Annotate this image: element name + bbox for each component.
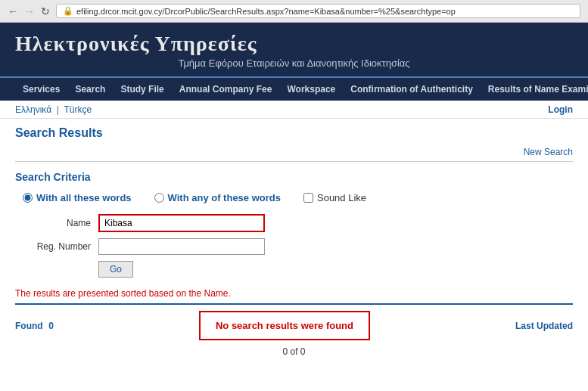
go-button-row: Go [98,261,573,278]
new-search-row: New Search [15,146,573,157]
site-subtitle: Τμήμα Εφόρου Εταιρειών και Διανοητικής Ι… [15,57,573,69]
go-button[interactable]: Go [98,261,133,278]
reg-number-label: Reg. Number [23,241,91,252]
no-results-section: No search results were found [199,311,370,340]
sound-like-label: Sound Like [317,192,366,203]
results-divider [15,303,573,305]
forward-icon[interactable]: → [24,5,35,17]
main-nav: Services Search Study File Annual Compan… [0,78,588,101]
found-label: Found [15,321,43,331]
nav-name-exam[interactable]: Results of Name Examin... [481,81,588,98]
pagination-text: 0 of 0 [15,346,573,357]
sound-like-checkbox[interactable] [303,193,313,203]
url-bar[interactable]: efiling.drcor.mcit.gov.cy/DrcorPublic/Se… [76,7,456,16]
radio-all-words-option: With all these words [23,192,132,203]
divider-1 [15,161,573,162]
lock-icon: 🔒 [63,6,73,16]
found-section: Found 0 [15,320,54,331]
search-criteria-form: With all these words With any of these w… [15,192,573,278]
new-search-link[interactable]: New Search [524,147,573,157]
lang-separator: | [57,104,59,115]
login-link[interactable]: Login [548,104,573,115]
no-results-message: No search results were found [199,311,370,340]
found-count: 0 [48,321,54,331]
turkish-lang-link[interactable]: Türkçe [64,104,92,115]
back-icon[interactable]: ← [8,5,18,17]
main-content: Search Results New Search Search Criteri… [0,119,588,365]
results-footer-row: Found 0 No search results were found Las… [15,311,573,340]
nav-search[interactable]: Search [67,81,113,98]
reg-number-row: Reg. Number [23,238,573,255]
greek-lang-link[interactable]: Ελληνικά [15,104,51,115]
site-title: Ηλεκτρονικές Υπηρεσίες [15,32,573,56]
sound-like-option: Sound Like [303,192,366,203]
language-bar: Ελληνικά | Türkçe Login [0,101,588,119]
radio-any-words-label: With any of these words [168,192,281,203]
sorted-note: The results are presented sorted based o… [15,288,573,299]
language-links: Ελληνικά | Türkçe [15,104,92,115]
nav-annual-fee[interactable]: Annual Company Fee [172,81,280,98]
radio-all-words-label: With all these words [36,192,132,203]
site-header: Ηλεκτρονικές Υπηρεσίες Τμήμα Εφόρου Εται… [0,23,588,78]
last-updated-label: Last Updated [515,321,573,331]
reload-icon[interactable]: ↻ [41,5,50,17]
name-input[interactable] [98,214,265,232]
nav-study-file[interactable]: Study File [113,81,171,98]
reg-number-input[interactable] [98,238,265,255]
name-row: Name [23,214,573,232]
radio-all-words[interactable] [23,193,33,203]
nav-workspace[interactable]: Workspace [279,81,343,98]
search-type-row: With all these words With any of these w… [23,192,573,203]
search-criteria-title: Search Criteria [15,171,573,183]
radio-any-words[interactable] [154,193,164,203]
name-label: Name [23,218,91,228]
page-title: Search Results [15,126,573,140]
nav-confirmation[interactable]: Confirmation of Authenticity [343,81,481,98]
radio-any-words-option: With any of these words [154,192,281,203]
nav-services[interactable]: Services [15,81,67,98]
